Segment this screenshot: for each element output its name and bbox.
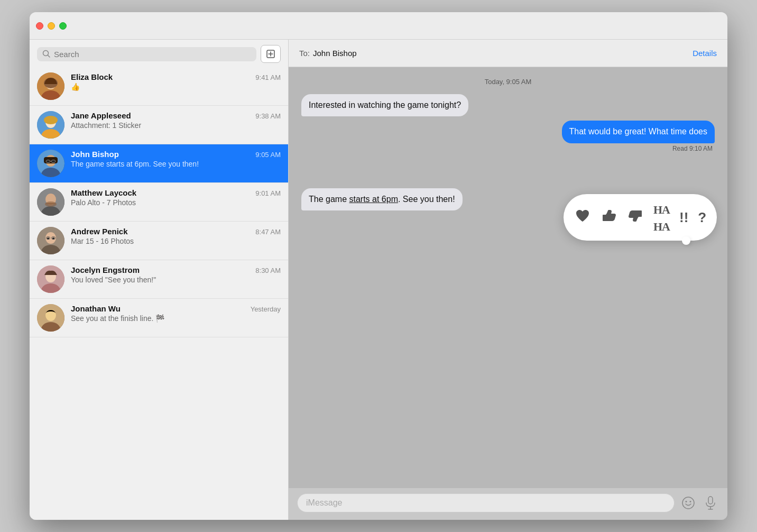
message-text-part1: The game [309,195,349,204]
conversation-top: Jocelyn Engstrom 8:30 AM [71,265,281,274]
avatar-jocelyn [37,265,64,293]
date-separator: Today, 9:05 AM [301,78,715,86]
emoji-button[interactable] [680,494,697,511]
traffic-lights [36,22,67,30]
maximize-button[interactable] [59,22,67,30]
exclamation-text: !! [679,209,688,225]
svg-rect-16 [44,157,58,163]
close-button[interactable] [36,22,43,30]
svg-rect-44 [708,497,713,504]
minimize-button[interactable] [48,22,55,30]
conversation-top: Jonathan Wu Yesterday [71,304,281,313]
conversation-preview: You loved "See you then!" [71,276,281,284]
tapback-thumbsup[interactable] [598,205,620,230]
input-placeholder: iMessage [306,498,342,507]
imessage-input[interactable]: iMessage [297,493,675,512]
conversation-time: 8:47 AM [255,228,281,236]
conversation-top: John Bishop 9:05 AM [71,150,281,159]
conversation-list: Eliza Block 9:41 AM 👍 [30,67,288,520]
recipient-name: John Bishop [313,49,357,58]
svg-point-41 [682,497,694,509]
search-input[interactable] [54,50,251,59]
messages-container: Today, 9:05 AM Interested in watching th… [289,67,727,488]
search-bar[interactable] [37,47,256,61]
conversation-name: Andrew Penick [71,227,128,236]
emoji-icon [681,496,695,510]
conversation-name: Jane Appleseed [71,111,131,120]
conversation-preview: 👍 [71,82,281,91]
avatar-jonathan [37,304,64,332]
tapback-haha[interactable]: HAHA [651,198,672,236]
conversation-time: 8:30 AM [255,267,281,274]
message-text: That would be great! What time does [569,127,707,136]
conversation-item-jane-appleseed[interactable]: Jane Appleseed 9:38 AM Attachment: 1 Sti… [30,106,288,144]
conversation-item-jocelyn-engstrom[interactable]: Jocelyn Engstrom 8:30 AM You loved "See … [30,260,288,299]
conversation-info-john: John Bishop 9:05 AM The game starts at 6… [71,150,281,168]
svg-line-1 [48,56,50,58]
conversation-item-john-bishop[interactable]: John Bishop 9:05 AM The game starts at 6… [30,144,288,183]
thumbsup-icon [601,207,617,224]
details-button[interactable]: Details [693,49,717,58]
svg-point-12 [44,116,58,124]
tapback-exclamation[interactable]: !! [677,207,690,228]
content-area: Eliza Block 9:41 AM 👍 [30,40,727,520]
compose-icon [266,49,275,59]
svg-point-27 [45,232,56,244]
sidebar-header [30,40,288,67]
chat-header: To: John Bishop Details [289,40,727,67]
chat-input-area: iMessage [289,488,727,520]
conversation-name: John Bishop [71,150,119,159]
conversation-time: 9:38 AM [255,112,281,120]
tapback-heart[interactable] [572,205,593,230]
avatar-jane [37,111,64,139]
svg-point-43 [690,501,691,502]
conversation-time: 9:05 AM [255,151,281,159]
conversation-preview: Mar 15 - 16 Photos [71,237,281,245]
message-text-part2: . See you then! [398,195,455,204]
conversation-name: Jocelyn Engstrom [71,265,140,274]
mic-icon [705,496,716,510]
avatar-john [37,150,64,177]
message-bubble-outgoing: That would be great! What time does [562,121,715,143]
conversation-item-andrew-penick[interactable]: Andrew Penick 8:47 AM Mar 15 - 16 Photos [30,222,288,260]
compose-button[interactable] [261,45,281,63]
conversation-item-jonathan-wu[interactable]: Jonathan Wu Yesterday See you at the fin… [30,299,288,337]
conversation-name: Eliza Block [71,72,113,81]
conversation-time: 9:41 AM [255,74,281,81]
recipient-label: To: [299,49,310,58]
conversation-item-eliza-block[interactable]: Eliza Block 9:41 AM 👍 [30,67,288,106]
conversation-info-jonathan: Jonathan Wu Yesterday See you at the fin… [71,304,281,323]
conversation-top: Eliza Block 9:41 AM [71,72,281,81]
conversation-info-eliza: Eliza Block 9:41 AM 👍 [71,72,281,91]
search-icon [42,50,51,58]
mic-button[interactable] [702,494,719,511]
message-row-incoming-1: Interested in watching the game tonight? [301,94,715,116]
conversation-time: Yesterday [251,305,281,313]
message-text-underline: starts at 6pm [349,195,398,204]
conversation-top: Andrew Penick 8:47 AM [71,227,281,236]
message-status: Read 9:10 AM [672,145,713,152]
avatar-andrew [37,227,64,254]
message-text: Interested in watching the game tonight? [309,100,461,109]
conversation-info-jocelyn: Jocelyn Engstrom 8:30 AM You loved "See … [71,265,281,284]
messages-window: Eliza Block 9:41 AM 👍 [30,12,727,520]
svg-point-17 [47,160,50,163]
tapback-question[interactable]: ? [696,207,708,228]
conversation-top: Jane Appleseed 9:38 AM [71,111,281,120]
avatar-matthew [37,188,64,216]
tapback-thumbsdown[interactable] [625,205,646,230]
conversation-info-jane: Jane Appleseed 9:38 AM Attachment: 1 Sti… [71,111,281,130]
conversation-preview: The game starts at 6pm. See you then! [71,160,281,168]
svg-point-42 [686,501,687,502]
conversation-preview: See you at the finish line. 🏁 [71,314,281,323]
sidebar: Eliza Block 9:41 AM 👍 [30,40,289,520]
message-bubble: Interested in watching the game tonight? [301,94,468,116]
conversation-info-andrew: Andrew Penick 8:47 AM Mar 15 - 16 Photos [71,227,281,245]
avatar-eliza [37,72,64,100]
conversation-preview: Attachment: 1 Sticker [71,121,281,130]
chat-area: To: John Bishop Details Today, 9:05 AM I… [289,40,727,520]
conversation-name: Matthew Laycock [71,188,136,197]
conversation-preview: Palo Alto - 7 Photos [71,198,281,207]
conversation-time: 9:01 AM [255,189,281,197]
conversation-item-matthew-laycock[interactable]: Matthew Laycock 9:01 AM Palo Alto - 7 Ph… [30,183,288,222]
